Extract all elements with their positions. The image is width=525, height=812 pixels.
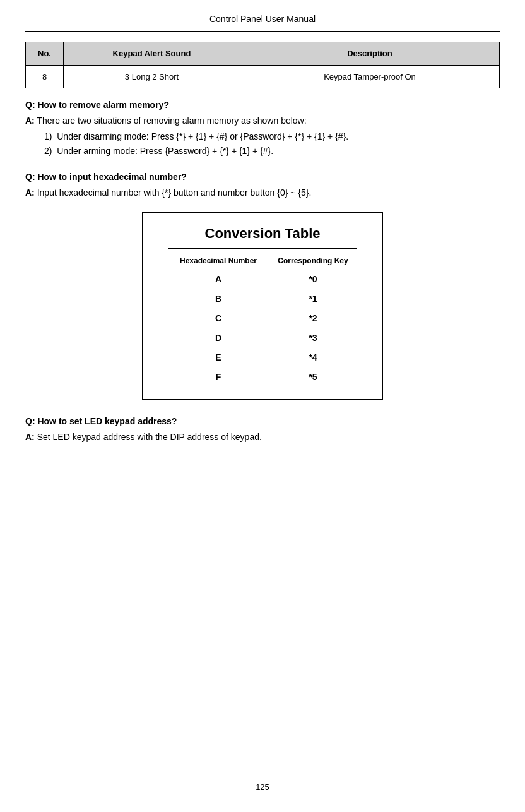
conversion-row: F *5 — [168, 369, 357, 385]
conversion-table-box: Conversion Table Hexadecimal Number Corr… — [142, 212, 383, 400]
qa-section-1: Q: How to remove alarm memory? A: There … — [25, 99, 500, 158]
conversion-row: B *1 — [168, 291, 357, 307]
alert-sound-table: No. Keypad Alert Sound Description 8 3 L… — [25, 42, 500, 88]
conversion-table-title: Conversion Table — [168, 223, 357, 244]
conversion-table-headers: Hexadecimal Number Corresponding Key — [168, 255, 357, 266]
key-value: *0 — [269, 273, 357, 286]
answer-3: A: Set LED keypad address with the DIP a… — [25, 431, 500, 444]
qa-section-3: Q: How to set LED keypad address? A: Set… — [25, 415, 500, 444]
list-item-2-text: Under arming mode: Press {Password} + {*… — [57, 146, 273, 156]
page-title: Control Panel User Manual — [209, 14, 316, 24]
conversion-table-wrapper: Conversion Table Hexadecimal Number Corr… — [25, 212, 500, 400]
key-value: *3 — [269, 331, 357, 345]
question-1: Q: How to remove alarm memory? — [25, 99, 500, 112]
answer-text-2: Input hexadecimal number with {*} button… — [35, 188, 312, 198]
table-header-sound: Keypad Alert Sound — [64, 42, 240, 66]
qa-section-2: Q: How to input hexadecimal number? A: I… — [25, 170, 500, 200]
conversion-divider — [168, 248, 357, 249]
page-header: Control Panel User Manual — [25, 13, 500, 32]
answer-1: A: There are two situations of removing … — [25, 114, 500, 128]
hex-value: D — [168, 331, 269, 345]
key-value: *5 — [269, 371, 357, 384]
conversion-row: C *2 — [168, 311, 357, 326]
page-footer: 125 — [0, 781, 525, 794]
list-item-1-text: Under disarming mode: Press {*} + {1} + … — [57, 131, 348, 141]
hex-value: B — [168, 292, 269, 306]
key-value: *2 — [269, 312, 357, 325]
conversion-row: A *0 — [168, 272, 357, 287]
table-cell-sound: 3 Long 2 Short — [64, 65, 240, 88]
answer-2: A: Input hexadecimal number with {*} but… — [25, 186, 500, 200]
question-3: Q: How to set LED keypad address? — [25, 415, 500, 428]
key-value: *1 — [269, 292, 357, 306]
table-cell-description: Keypad Tamper-proof On — [240, 65, 500, 88]
page-number: 125 — [256, 782, 269, 792]
conversion-header-key: Corresponding Key — [269, 255, 357, 266]
answer-text-1: There are two situations of removing ala… — [35, 116, 307, 126]
hex-value: E — [168, 351, 269, 364]
conversion-header-hex: Hexadecimal Number — [168, 255, 269, 266]
answer-text-3: Set LED keypad address with the DIP addr… — [35, 432, 262, 442]
list-item-1: 1) Under disarming mode: Press {*} + {1}… — [44, 130, 500, 143]
hex-value: A — [168, 273, 269, 286]
conversion-row: E *4 — [168, 350, 357, 366]
table-header-no: No. — [26, 42, 64, 66]
key-value: *4 — [269, 351, 357, 364]
table-cell-no: 8 — [26, 65, 64, 88]
hex-value: F — [168, 371, 269, 384]
question-2: Q: How to input hexadecimal number? — [25, 170, 500, 184]
hex-value: C — [168, 312, 269, 325]
answer-prefix-3: A: — [25, 432, 35, 442]
answer-prefix-2: A: — [25, 188, 35, 198]
conversion-row: D *3 — [168, 330, 357, 346]
conversion-rows: A *0 B *1 C *2 D *3 E *4 F *5 — [168, 272, 357, 385]
list-item-2: 2) Under arming mode: Press {Password} +… — [44, 145, 500, 158]
table-row: 8 3 Long 2 Short Keypad Tamper-proof On — [26, 65, 500, 88]
answer-prefix-1: A: — [25, 116, 35, 126]
table-header-description: Description — [240, 42, 500, 66]
